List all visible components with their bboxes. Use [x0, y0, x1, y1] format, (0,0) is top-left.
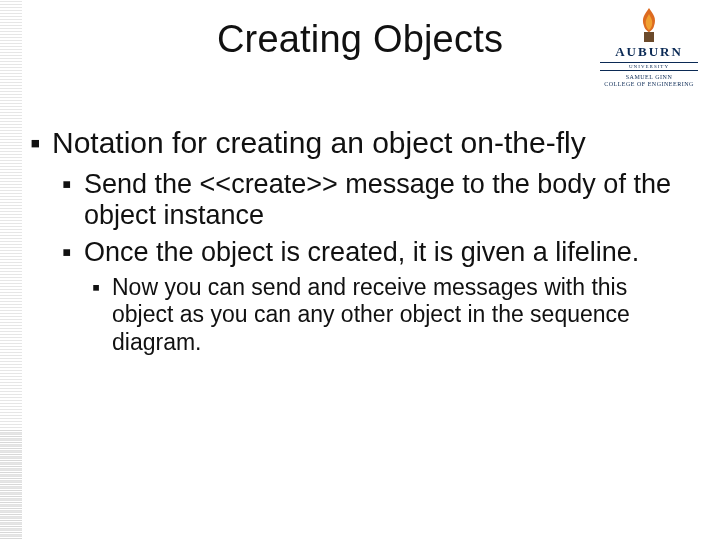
brand-subtitle-1: UNIVERSITY — [600, 62, 698, 71]
title-area: Creating Objects — [0, 18, 720, 61]
level3-group: ▪ Now you can send and receive messages … — [92, 274, 690, 357]
bullet-mark: ▪ — [62, 169, 84, 231]
bullet-level2: ▪ Once the object is created, it is give… — [62, 237, 690, 268]
bullet-text: Notation for creating an object on-the-f… — [52, 126, 690, 161]
content-area: ▪ Notation for creating an object on-the… — [30, 126, 690, 356]
slide: AUBURN UNIVERSITY SAMUEL GINN COLLEGE OF… — [0, 0, 720, 540]
bullet-level2: ▪ Send the <<create>> message to the bod… — [62, 169, 690, 231]
brand-subtitle-2-line2: COLLEGE OF ENGINEERING — [594, 81, 704, 88]
page-title: Creating Objects — [0, 18, 720, 61]
bullet-text: Send the <<create>> message to the body … — [84, 169, 690, 231]
bullet-level3: ▪ Now you can send and receive messages … — [92, 274, 690, 357]
level2-group: ▪ Send the <<create>> message to the bod… — [62, 169, 690, 357]
brand-subtitle-2: SAMUEL GINN COLLEGE OF ENGINEERING — [594, 74, 704, 88]
brand-subtitle-2-line1: SAMUEL GINN — [594, 74, 704, 81]
bullet-mark: ▪ — [30, 126, 52, 161]
left-decorative-stripe — [0, 0, 22, 540]
bullet-text: Once the object is created, it is given … — [84, 237, 690, 268]
bullet-text: Now you can send and receive messages wi… — [112, 274, 690, 357]
bullet-mark: ▪ — [62, 237, 84, 268]
bullet-mark: ▪ — [92, 274, 112, 357]
bullet-level1: ▪ Notation for creating an object on-the… — [30, 126, 690, 161]
